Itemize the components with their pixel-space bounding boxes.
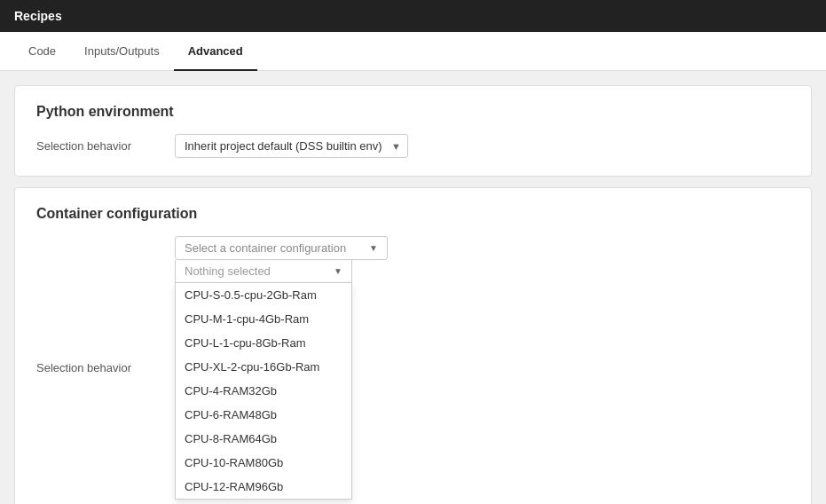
list-item-1[interactable]: CPU-M-1-cpu-4Gb-Ram xyxy=(176,307,351,331)
main-content: Python environment Selection behavior In… xyxy=(0,71,826,504)
tab-bar: Code Inputs/Outputs Advanced xyxy=(0,32,826,71)
list-item-8[interactable]: CPU-12-RAM96Gb xyxy=(176,475,351,499)
list-item-3[interactable]: CPU-XL-2-cpu-16Gb-Ram xyxy=(176,355,351,379)
container-config-card: Container configuration Selection behavi… xyxy=(14,187,812,504)
python-env-select-wrapper: Inherit project default (DSS builtin env… xyxy=(175,134,408,158)
list-item-6[interactable]: CPU-8-RAM64Gb xyxy=(176,427,351,451)
python-env-label: Selection behavior xyxy=(36,139,161,153)
python-env-title: Python environment xyxy=(36,104,790,120)
container-config-form-row: Selection behavior Select a container co… xyxy=(36,236,790,500)
python-env-form-row: Selection behavior Inherit project defau… xyxy=(36,134,790,158)
container-config-label: Selection behavior xyxy=(36,361,161,374)
list-item-2[interactable]: CPU-L-1-cpu-8Gb-Ram xyxy=(176,331,351,355)
container-config-dropdown-arrow-icon: ▼ xyxy=(369,243,378,253)
nothing-selected-arrow-icon: ▼ xyxy=(334,266,342,276)
list-item-7[interactable]: CPU-10-RAM80Gb xyxy=(176,451,351,475)
list-item-0[interactable]: CPU-S-0.5-cpu-2Gb-Ram xyxy=(176,283,351,307)
container-config-title: Container configuration xyxy=(36,206,790,222)
top-bar: Recipes xyxy=(0,0,826,32)
tab-advanced[interactable]: Advanced xyxy=(174,32,257,71)
list-item-4[interactable]: CPU-4-RAM32Gb xyxy=(176,379,351,403)
python-env-card: Python environment Selection behavior In… xyxy=(14,85,812,177)
python-env-select[interactable]: Inherit project default (DSS builtin env… xyxy=(175,134,408,158)
tab-inputs-outputs[interactable]: Inputs/Outputs xyxy=(70,32,174,71)
container-config-select[interactable]: Select a container configuration ▼ xyxy=(175,236,388,260)
app-title: Recipes xyxy=(14,9,62,23)
container-config-dropdown-list: CPU-S-0.5-cpu-2Gb-Ram CPU-M-1-cpu-4Gb-Ra… xyxy=(175,283,352,500)
list-item-5[interactable]: CPU-6-RAM48Gb xyxy=(176,403,351,427)
tab-code[interactable]: Code xyxy=(14,32,70,71)
nothing-selected-box[interactable]: Nothing selected ▼ xyxy=(175,260,352,283)
container-config-dropdown-area: Nothing selected ▼ CPU-S-0.5-cpu-2Gb-Ram… xyxy=(175,260,352,500)
